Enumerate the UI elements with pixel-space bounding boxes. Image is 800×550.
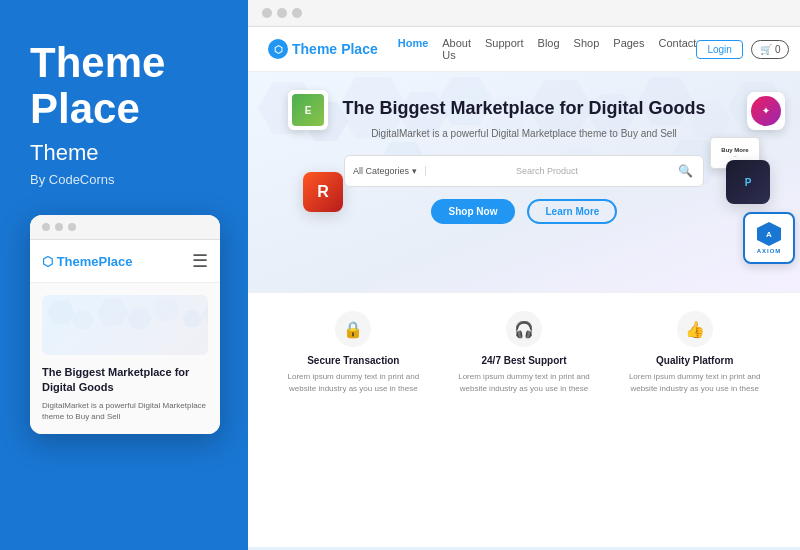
search-button[interactable]: 🔍 xyxy=(668,164,703,178)
login-button[interactable]: Login xyxy=(696,40,742,59)
hero-content: The Biggest Marketplace for Digital Good… xyxy=(268,97,780,224)
nav-links: Home About Us Support Blog Shop Pages Co… xyxy=(398,37,697,61)
mobile-hero-bg xyxy=(42,295,208,355)
mobile-chrome-bar xyxy=(30,215,220,240)
mobile-dot-2 xyxy=(55,223,63,231)
feature-quality: 👍 Quality Platform Lorem ipsum dummy tex… xyxy=(609,311,780,395)
left-panel: Theme Place Theme By CodeCorns ⬡ ThemePl… xyxy=(0,0,248,550)
chrome-dot-3 xyxy=(292,8,302,18)
search-bar: All Categories ▾ Search Product 🔍 xyxy=(344,155,704,187)
hero-buttons: Shop Now Learn More xyxy=(268,199,780,224)
hero-title: The Biggest Marketplace for Digital Good… xyxy=(268,97,780,120)
logo-icon: ⬡ xyxy=(268,39,288,59)
nav-pages[interactable]: Pages xyxy=(613,37,644,61)
nav-right: Login 🛒 0 xyxy=(696,40,789,59)
support-icon: 🎧 xyxy=(506,311,542,347)
features-section: 🔒 Secure Transaction Lorem ipsum dummy t… xyxy=(248,292,800,413)
mobile-dot-3 xyxy=(68,223,76,231)
mobile-navbar: ⬡ ThemePlace ☰ xyxy=(30,240,220,283)
feature-secure-title: Secure Transaction xyxy=(278,355,429,366)
right-panel: ⬡ ThemePlace Home About Us Support Blog … xyxy=(248,0,800,550)
mobile-preview-card: ⬡ ThemePlace ☰ The Biggest Marketplace f… xyxy=(30,215,220,434)
cart-badge[interactable]: 🛒 0 xyxy=(751,40,790,59)
feature-secure-text: Lorem ipsum dummy text in print and webs… xyxy=(278,371,429,395)
nav-contact[interactable]: Contact xyxy=(659,37,697,61)
shop-now-button[interactable]: Shop Now xyxy=(431,199,516,224)
mobile-subtext: DigitalMarket is a powerful Digital Mark… xyxy=(42,400,208,422)
mobile-content: The Biggest Marketplace for Digital Good… xyxy=(30,283,220,434)
chrome-dot-2 xyxy=(277,8,287,18)
quality-icon: 👍 xyxy=(677,311,713,347)
website-preview: ⬡ ThemePlace Home About Us Support Blog … xyxy=(248,27,800,547)
search-input[interactable]: Search Product xyxy=(426,166,668,176)
theme-subtitle: Theme xyxy=(30,140,218,166)
cart-count: 0 xyxy=(775,44,781,55)
title-line1: Theme xyxy=(30,39,165,86)
logo-text: Theme xyxy=(292,41,337,57)
feature-support: 🎧 24/7 Best Support Lorem ipsum dummy te… xyxy=(439,311,610,395)
hero-subtitle: DigitalMarket is a powerful Digital Mark… xyxy=(268,128,780,139)
feature-support-title: 24/7 Best Support xyxy=(449,355,600,366)
app-title: Theme Place xyxy=(30,40,218,132)
nav-home[interactable]: Home xyxy=(398,37,429,61)
nav-blog[interactable]: Blog xyxy=(538,37,560,61)
feature-quality-title: Quality Platform xyxy=(619,355,770,366)
secure-icon: 🔒 xyxy=(335,311,371,347)
feature-secure: 🔒 Secure Transaction Lorem ipsum dummy t… xyxy=(268,311,439,395)
nav-shop[interactable]: Shop xyxy=(574,37,600,61)
mobile-logo: ⬡ ThemePlace xyxy=(42,254,133,269)
feature-support-text: Lorem ipsum dummy text in print and webs… xyxy=(449,371,600,395)
feature-quality-text: Lorem ipsum dummy text in print and webs… xyxy=(619,371,770,395)
title-line2: Place xyxy=(30,85,140,132)
author-label: By CodeCorns xyxy=(30,172,218,187)
hamburger-icon[interactable]: ☰ xyxy=(192,250,208,272)
hero-section: E ✦ Buy More → R P xyxy=(248,72,800,292)
chrome-dot-1 xyxy=(262,8,272,18)
learn-more-button[interactable]: Learn More xyxy=(527,199,617,224)
site-logo: ⬡ ThemePlace xyxy=(268,39,378,59)
cart-icon: 🛒 xyxy=(760,44,772,55)
mobile-heading: The Biggest Marketplace for Digital Good… xyxy=(42,365,208,394)
nav-about[interactable]: About Us xyxy=(442,37,471,61)
site-nav: ⬡ ThemePlace Home About Us Support Blog … xyxy=(248,27,800,72)
logo-accent: Place xyxy=(341,41,378,57)
mobile-dot-1 xyxy=(42,223,50,231)
chevron-down-icon: ▾ xyxy=(412,166,417,176)
nav-support[interactable]: Support xyxy=(485,37,524,61)
browser-chrome xyxy=(248,0,800,27)
search-category[interactable]: All Categories ▾ xyxy=(345,166,426,176)
